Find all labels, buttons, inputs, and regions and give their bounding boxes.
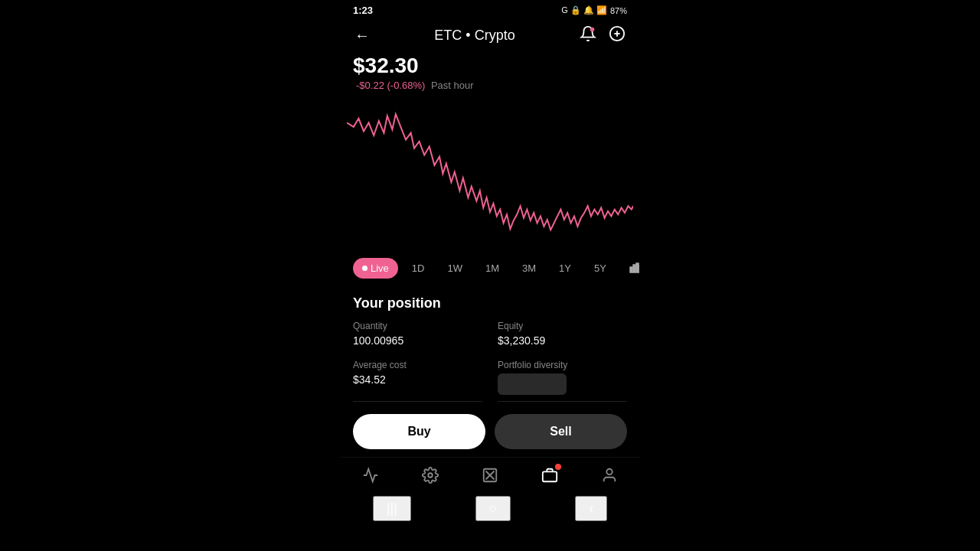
chart-area [341, 97, 639, 250]
time-5y[interactable]: 5Y [585, 258, 616, 279]
time-3m[interactable]: 3M [513, 258, 545, 279]
page-title: ETC • Crypto [434, 28, 514, 44]
android-menu[interactable]: ||| [373, 496, 411, 521]
back-button[interactable]: ← [353, 25, 371, 46]
avg-cost-value: $34.52 [353, 373, 386, 386]
bottom-nav [341, 457, 639, 490]
android-back[interactable]: ‹ [575, 496, 607, 521]
quantity-item: Quantity 100.00965 [353, 321, 482, 347]
price-period: Past hour [431, 80, 474, 91]
sell-button[interactable]: Sell [495, 414, 627, 449]
portfolio-icon [541, 467, 558, 484]
svg-point-8 [428, 473, 433, 478]
status-bar: 1:23 G 🔒 🔔 📶 87% [341, 0, 639, 19]
price-chart [347, 97, 633, 250]
status-right: G 🔒 🔔 📶 87% [561, 5, 627, 15]
time-1w[interactable]: 1W [438, 258, 472, 279]
portfolio-diversity-label: Portfolio diversity [498, 360, 627, 370]
portfolio-badge [555, 464, 561, 470]
position-grid: Quantity 100.00965 Equity $3,230.59 Aver… [353, 321, 627, 405]
nav-markets[interactable] [353, 464, 388, 487]
svg-rect-6 [636, 263, 639, 272]
header: ← ETC • Crypto [341, 19, 639, 51]
quantity-label: Quantity [353, 321, 482, 331]
svg-rect-4 [630, 267, 632, 272]
transactions-icon [482, 467, 498, 484]
time-live[interactable]: Live [353, 258, 398, 279]
quantity-value: 100.00965 [353, 334, 403, 347]
phone-frame: 1:23 G 🔒 🔔 📶 87% ← ETC • Crypto [341, 0, 639, 551]
markets-icon [362, 467, 379, 484]
nav-profile[interactable] [592, 464, 627, 487]
time-1m[interactable]: 1M [476, 258, 508, 279]
status-battery: 87% [610, 6, 627, 15]
buy-button[interactable]: Buy [353, 414, 485, 449]
android-home[interactable]: ○ [475, 496, 511, 521]
time-1y[interactable]: 1Y [550, 258, 580, 279]
header-icons [578, 24, 627, 47]
equity-item: Equity $3,230.59 [498, 321, 627, 347]
profile-icon [601, 467, 618, 484]
action-buttons: Buy Sell [341, 405, 639, 457]
portfolio-diversity-item: Portfolio diversity [498, 360, 627, 402]
android-nav: ||| ○ ‹ [341, 490, 639, 529]
price-change-amount: -$0.22 (-0.68%) [356, 80, 425, 91]
time-bar-chart[interactable] [620, 256, 639, 280]
live-label: Live [371, 262, 389, 274]
time-1d[interactable]: 1D [403, 258, 434, 279]
add-button[interactable] [607, 24, 627, 47]
live-dot [362, 266, 368, 271]
svg-rect-5 [633, 265, 635, 272]
svg-rect-12 [543, 471, 557, 481]
position-title: Your position [353, 295, 627, 311]
nav-transactions[interactable] [472, 464, 508, 487]
time-selector: Live 1D 1W 1M 3M 1Y 5Y [341, 250, 639, 289]
settings-icon [422, 467, 439, 484]
equity-label: Equity [498, 321, 627, 331]
nav-settings[interactable] [413, 464, 448, 487]
avg-cost-item: Average cost $34.52 [353, 360, 482, 402]
svg-point-13 [606, 469, 612, 474]
status-time: 1:23 [353, 5, 373, 16]
price-change: -$0.22 (-0.68%) Past hour [353, 80, 627, 91]
portfolio-diversity-bar [498, 373, 567, 395]
svg-point-0 [590, 28, 595, 32]
price-section: $32.30 -$0.22 (-0.68%) Past hour [341, 51, 639, 97]
current-price: $32.30 [353, 54, 627, 78]
status-icons: G 🔒 🔔 📶 [561, 5, 607, 15]
nav-portfolio[interactable] [532, 464, 567, 487]
position-section: Your position Quantity 100.00965 Equity … [341, 289, 639, 405]
equity-value: $3,230.59 [498, 334, 545, 347]
notification-button[interactable] [578, 24, 598, 47]
avg-cost-label: Average cost [353, 360, 482, 370]
